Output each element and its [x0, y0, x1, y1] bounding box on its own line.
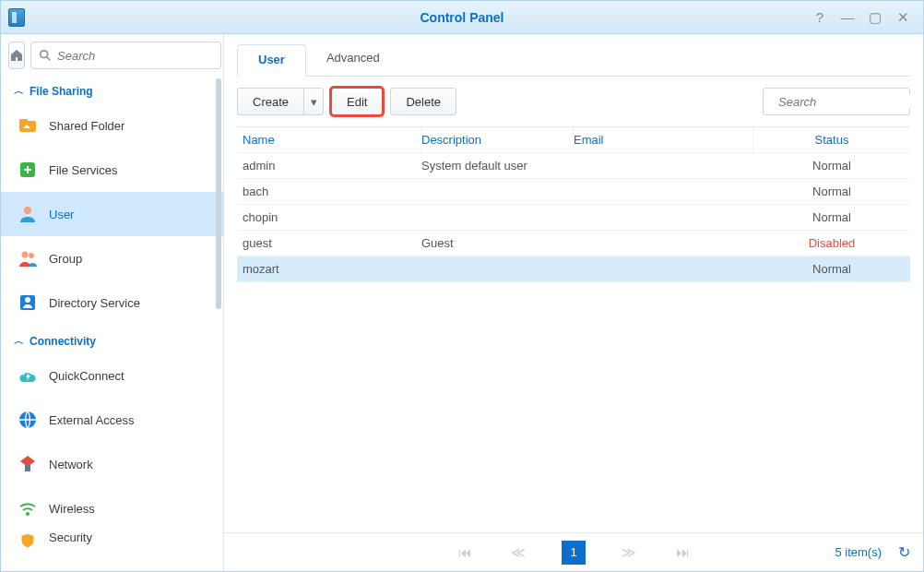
pager-summary: 5 item(s)	[835, 545, 882, 559]
sidebar-item-label: Wireless	[49, 502, 95, 516]
cell-name: chopin	[237, 210, 421, 224]
sidebar-item-file-services[interactable]: File Services	[1, 148, 223, 192]
sidebar-search[interactable]	[30, 42, 221, 69]
column-email-header[interactable]: Email	[574, 127, 753, 152]
filter-search[interactable]	[763, 88, 910, 115]
directory-service-icon	[18, 292, 38, 313]
sidebar-item-group[interactable]: Group	[1, 236, 223, 280]
toolbar: Create ▾ Edit Delete	[224, 77, 923, 126]
maximize-button[interactable]: ▢	[868, 10, 883, 25]
pager-next[interactable]: ≫	[619, 544, 639, 561]
sidebar-item-directory-service[interactable]: Directory Service	[1, 280, 223, 325]
tab-advanced[interactable]: Advanced	[306, 43, 400, 76]
cell-description: Guest	[421, 236, 574, 250]
filter-search-input[interactable]	[778, 95, 924, 109]
sidebar-scrollbar[interactable]	[216, 78, 221, 567]
sidebar: ︿ File Sharing Shared Folder File Servic…	[1, 34, 224, 571]
tab-user[interactable]: User	[237, 44, 306, 77]
svg-point-0	[41, 51, 48, 58]
pager-first[interactable]: ⏮	[455, 544, 475, 560]
help-icon[interactable]: ?	[812, 10, 827, 25]
sidebar-item-shared-folder[interactable]: Shared Folder	[1, 103, 223, 148]
sidebar-item-wireless[interactable]: Wireless	[1, 486, 223, 530]
sidebar-search-input[interactable]	[57, 49, 213, 63]
close-button[interactable]: ✕	[895, 10, 910, 25]
titlebar: Control Panel ? — ▢ ✕	[1, 1, 923, 34]
home-icon	[9, 48, 24, 63]
user-table: Name Description Email Status adminSyste…	[237, 126, 910, 532]
chevron-up-icon: ︿	[14, 334, 24, 348]
cell-status: Normal	[753, 185, 910, 198]
window-controls: ? — ▢ ✕	[812, 10, 923, 25]
svg-rect-3	[19, 119, 28, 123]
table-row[interactable]: adminSystem default userNormal	[237, 153, 910, 179]
sidebar-item-quickconnect[interactable]: QuickConnect	[1, 353, 223, 398]
tabs: User Advanced	[224, 34, 923, 76]
cell-name: bach	[237, 185, 421, 198]
cell-status: Normal	[753, 262, 910, 276]
svg-line-1	[47, 57, 51, 61]
edit-button[interactable]: Edit	[331, 88, 383, 115]
sidebar-item-label: Security	[49, 530, 92, 544]
table-row[interactable]: bachNormal	[237, 179, 910, 205]
sidebar-item-label: Directory Service	[49, 296, 140, 310]
group-icon	[18, 248, 38, 268]
wireless-icon	[18, 498, 38, 518]
window-title: Control Panel	[420, 10, 503, 25]
sidebar-item-label: Shared Folder	[49, 119, 124, 133]
caret-down-icon: ▾	[311, 95, 317, 109]
scrollbar-thumb[interactable]	[216, 78, 221, 309]
column-description-header[interactable]: Description	[421, 127, 574, 152]
pager-current-page[interactable]: 1	[562, 541, 586, 565]
quickconnect-icon	[18, 365, 38, 386]
sidebar-item-label: User	[49, 208, 74, 221]
pager-right: 5 item(s) ↻	[835, 543, 910, 561]
app-icon	[8, 8, 25, 27]
table-body: adminSystem default userNormalbachNormal…	[237, 153, 910, 282]
minimize-button[interactable]: —	[840, 10, 855, 25]
search-icon	[39, 49, 52, 62]
sidebar-item-user[interactable]: User	[1, 192, 223, 236]
file-services-icon	[18, 160, 38, 180]
table-row[interactable]: mozartNormal	[237, 256, 910, 282]
external-access-icon	[18, 410, 38, 430]
sidebar-item-security[interactable]: Security	[1, 530, 223, 556]
svg-rect-11	[25, 465, 30, 471]
svg-point-6	[22, 252, 29, 258]
pager-last[interactable]: ⏭	[672, 544, 693, 560]
svg-point-5	[24, 207, 31, 214]
sidebar-item-external-access[interactable]: External Access	[1, 398, 223, 442]
table-header: Name Description Email Status	[237, 127, 910, 153]
cell-description: System default user	[421, 159, 574, 173]
svg-point-9	[25, 297, 30, 303]
pager-prev[interactable]: ≪	[508, 544, 528, 561]
column-status-header[interactable]: Status	[753, 127, 910, 152]
shared-folder-icon	[18, 115, 38, 136]
delete-button[interactable]: Delete	[390, 88, 456, 115]
sidebar-top	[1, 34, 223, 75]
table-row[interactable]: guestGuestDisabled	[237, 231, 910, 256]
svg-point-12	[26, 512, 30, 516]
control-panel-window: Control Panel ? — ▢ ✕ ︿ File Sharing	[0, 0, 924, 572]
section-file-sharing[interactable]: ︿ File Sharing	[1, 75, 223, 103]
column-name-header[interactable]: Name	[237, 127, 421, 152]
section-title: Connectivity	[30, 335, 96, 348]
create-dropdown[interactable]: ▾	[303, 88, 324, 115]
main-area: User Advanced Create ▾ Edit Delete	[224, 34, 923, 571]
sidebar-item-label: Group	[49, 252, 82, 266]
cell-name: guest	[237, 236, 421, 250]
chevron-up-icon: ︿	[14, 84, 24, 98]
sidebar-item-network[interactable]: Network	[1, 442, 223, 486]
pager: ⏮ ≪ 1 ≫ ⏭ 5 item(s) ↻	[224, 532, 923, 571]
pager-nav: ⏮ ≪ 1 ≫ ⏭	[455, 541, 693, 565]
sidebar-item-label: QuickConnect	[49, 369, 124, 383]
create-button[interactable]: Create	[237, 88, 303, 115]
body: ︿ File Sharing Shared Folder File Servic…	[1, 34, 923, 571]
table-row[interactable]: chopinNormal	[237, 205, 910, 231]
sidebar-item-label: File Services	[49, 163, 117, 177]
reload-button[interactable]: ↻	[898, 543, 910, 561]
sidebar-item-label: Network	[49, 458, 93, 471]
section-connectivity[interactable]: ︿ Connectivity	[1, 325, 223, 353]
svg-point-7	[29, 253, 34, 258]
home-button[interactable]	[8, 42, 25, 69]
